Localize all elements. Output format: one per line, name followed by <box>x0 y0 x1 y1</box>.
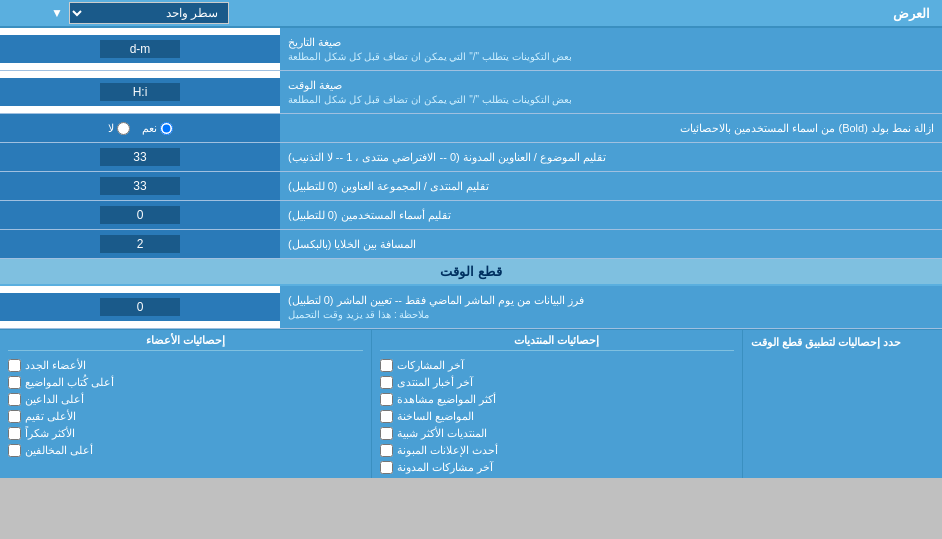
date-format-label: صيغة التاريخ بعض التكوينات يتطلب "/" الت… <box>280 28 942 70</box>
time-format-input[interactable] <box>100 83 180 101</box>
stats-section: حدد إحصاليات لتطبيق قطع الوقت إحصائيات ا… <box>0 329 942 478</box>
forum-titles-input[interactable] <box>100 177 180 195</box>
time-cut-input[interactable] <box>100 298 180 316</box>
latest-ads-checkbox[interactable] <box>380 444 393 457</box>
bold-yes-text: نعم <box>142 122 157 135</box>
post-stats-col: إحصائيات المنتديات آخر المشاركات آخر أخب… <box>371 330 743 478</box>
hot-topics-checkbox[interactable] <box>380 410 393 423</box>
top-posters-item: أعلى الداعين <box>8 393 363 406</box>
bold-remove-options: نعم لا <box>0 114 280 142</box>
bold-remove-row: ازالة نمط بولد (Bold) من اسماء المستخدمي… <box>0 114 942 143</box>
usernames-input-container <box>0 201 280 229</box>
top-writers-item: أعلى كُتاب المواضيع <box>8 376 363 389</box>
time-cut-input-container <box>0 293 280 321</box>
cell-spacing-input-container <box>0 230 280 258</box>
time-cut-label: فرز البيانات من يوم الماشر الماضي فقط --… <box>280 286 942 328</box>
usernames-label: تقليم أسماء المستخدمين (0 للتطبيل) <box>280 201 942 229</box>
hot-topics-item: المواضيع الساخنة <box>380 410 735 423</box>
top-posters-checkbox[interactable] <box>8 393 21 406</box>
post-stats-header: إحصائيات المنتديات <box>380 334 735 351</box>
topic-titles-row: تقليم الموضوع / العناوين المدونة (0 -- ا… <box>0 143 942 172</box>
bold-remove-label: ازالة نمط بولد (Bold) من اسماء المستخدمي… <box>280 118 942 139</box>
most-thanked-item: الأكثر شكراً <box>8 427 363 440</box>
time-format-row: صيغة الوقت بعض التكوينات يتطلب "/" التي … <box>0 71 942 114</box>
last-posts-checkbox[interactable] <box>380 359 393 372</box>
usernames-input[interactable] <box>100 206 180 224</box>
time-format-input-container <box>0 78 280 106</box>
time-format-label: صيغة الوقت بعض التكوينات يتطلب "/" التي … <box>280 71 942 113</box>
bold-yes-radio[interactable] <box>160 122 173 135</box>
last-blog-item: آخر مشاركات المدونة <box>380 461 735 474</box>
new-members-checkbox[interactable] <box>8 359 21 372</box>
time-cut-row: فرز البيانات من يوم الماشر الماضي فقط --… <box>0 286 942 329</box>
main-container: العرض سطر واحد ▼ صيغة التاريخ بعض التكوي… <box>0 0 942 478</box>
topic-titles-input-container <box>0 143 280 171</box>
date-format-input-container <box>0 35 280 63</box>
display-mode-select[interactable]: سطر واحد <box>69 2 229 24</box>
most-similar-item: المنتديات الأكثر شبية <box>380 427 735 440</box>
cell-spacing-input[interactable] <box>100 235 180 253</box>
bold-no-radio[interactable] <box>117 122 130 135</box>
last-forum-news-checkbox[interactable] <box>380 376 393 389</box>
cell-spacing-row: المسافة بين الخلايا (بالبكسل) <box>0 230 942 259</box>
topic-titles-label: تقليم الموضوع / العناوين المدونة (0 -- ا… <box>280 143 942 171</box>
dropdown-icon: ▼ <box>51 6 63 20</box>
cell-spacing-label: المسافة بين الخلايا (بالبكسل) <box>280 230 942 258</box>
top-writers-checkbox[interactable] <box>8 376 21 389</box>
forum-titles-input-container <box>0 172 280 200</box>
forum-titles-label: تقليم المنتدى / المجموعة العناوين (0 للت… <box>280 172 942 200</box>
member-stats-col: إحصائيات الأعضاء الأعضاء الجدد أعلى كُتا… <box>0 330 371 478</box>
most-similar-checkbox[interactable] <box>380 427 393 440</box>
stats-limit-label: حدد إحصاليات لتطبيق قطع الوقت <box>742 330 942 478</box>
page-title: العرض <box>280 2 942 25</box>
top-violators-checkbox[interactable] <box>8 444 21 457</box>
time-cut-header: قطع الوقت <box>0 259 942 286</box>
last-forum-news-item: آخر أخبار المنتدى <box>380 376 735 389</box>
most-thanked-checkbox[interactable] <box>8 427 21 440</box>
bold-no-text: لا <box>108 122 114 135</box>
usernames-row: تقليم أسماء المستخدمين (0 للتطبيل) <box>0 201 942 230</box>
member-stats-header: إحصائيات الأعضاء <box>8 334 363 351</box>
new-members-item: الأعضاء الجدد <box>8 359 363 372</box>
date-format-row: صيغة التاريخ بعض التكوينات يتطلب "/" الت… <box>0 28 942 71</box>
latest-ads-item: أحدث الإعلانات المبونة <box>380 444 735 457</box>
bold-no-label: لا <box>108 122 130 135</box>
top-violators-item: أعلى المخالفين <box>8 444 363 457</box>
most-viewed-item: أكثر المواضيع مشاهدة <box>380 393 735 406</box>
bold-yes-label: نعم <box>142 122 173 135</box>
topic-titles-input[interactable] <box>100 148 180 166</box>
last-blog-checkbox[interactable] <box>380 461 393 474</box>
most-viewed-checkbox[interactable] <box>380 393 393 406</box>
forum-titles-row: تقليم المنتدى / المجموعة العناوين (0 للت… <box>0 172 942 201</box>
top-rated-checkbox[interactable] <box>8 410 21 423</box>
date-format-input[interactable] <box>100 40 180 58</box>
last-posts-item: آخر المشاركات <box>380 359 735 372</box>
top-rated-item: الأعلى تقيم <box>8 410 363 423</box>
